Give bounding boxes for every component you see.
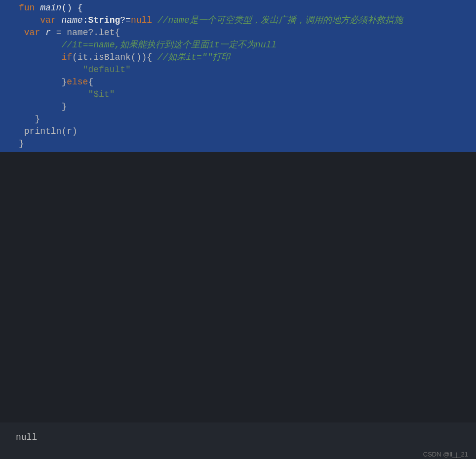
code-line-12: } [19,138,476,150]
keyword-var: var [40,15,56,25]
code-line-8: "$it" [19,88,476,101]
console-panel[interactable]: null CSDN @ll_j_21 [0,422,476,459]
code-line-1: fun main() { [19,2,476,14]
comment: //it==name,如果能执行到这个里面it一定不为null [61,40,277,50]
type-name: String [88,15,120,25]
code-editor-selection[interactable]: fun main() { var name:String?=null //nam… [0,0,476,152]
code-line-5: if(it.isBlank()){ //如果it=""打印 [19,51,476,64]
keyword-var: var [24,28,40,38]
keyword-else: else [67,77,88,87]
function-name: main [35,3,61,13]
punct: () { [61,3,82,13]
string-literal: "$it" [88,89,115,99]
code-line-2: var name:String?=null //name是一个可空类型，发出广播… [19,14,476,27]
editor-empty-area[interactable] [0,152,476,422]
var-r: r [40,28,51,38]
code-line-9: } [19,101,476,113]
console-output: null [16,427,468,445]
comment: //如果it=""打印 [158,52,231,62]
code-line-3: var r = name?.let{ [19,27,476,39]
keyword-fun: fun [19,3,35,13]
string-literal: "default" [83,65,131,75]
var-name: name [56,15,83,25]
keyword-null: null [131,15,152,25]
code-line-7: }else{ [19,76,476,88]
watermark: CSDN @ll_j_21 [423,451,468,458]
code-line-4: //it==name,如果能执行到这个里面it一定不为null [19,39,476,51]
code-line-11: println(r) [19,125,476,138]
code-line-6: "default" [19,64,476,76]
keyword-if: if [61,52,72,62]
comment: //name是一个可空类型，发出广播，调用的地方必须补救措施 [158,15,403,25]
code-line-10: } [19,113,476,125]
